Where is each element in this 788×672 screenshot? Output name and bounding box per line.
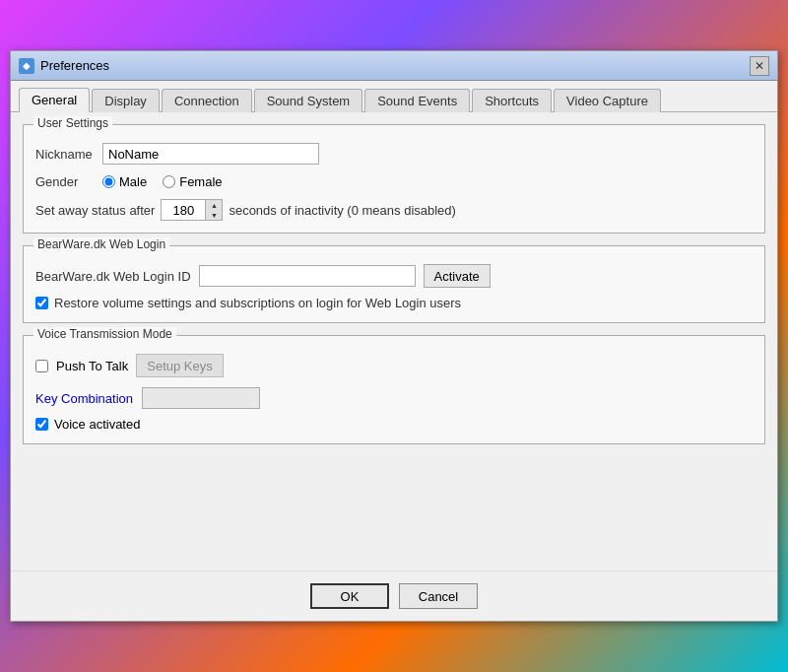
cancel-button[interactable]: Cancel [399,583,478,609]
login-id-input[interactable] [199,265,416,287]
voice-activated-checkbox[interactable] [35,418,48,431]
app-icon: ◆ [19,58,34,74]
footer: OK Cancel [11,571,777,621]
ok-button[interactable]: OK [310,583,389,609]
voice-activated-label: Voice activated [54,417,140,432]
tab-sound-events[interactable]: Sound Events [364,89,470,112]
titlebar-left: ◆ Preferences [19,58,109,74]
key-combination-label: Key Combination [35,391,134,406]
key-combination-input[interactable] [142,387,260,409]
tab-general[interactable]: General [19,88,90,112]
login-id-row: BearWare.dk Web Login ID Activate [35,264,753,288]
nickname-label: Nickname [35,147,95,162]
activate-button[interactable]: Activate [424,264,491,288]
nickname-input[interactable] [102,143,319,165]
gender-male-radio[interactable] [102,175,115,188]
tab-connection[interactable]: Connection [162,89,252,112]
nickname-row: Nickname [35,143,753,165]
user-settings-title: User Settings [33,116,112,130]
restore-label: Restore volume settings and subscription… [54,296,461,310]
gender-radio-group: Male Female [102,174,223,189]
voice-activated-row[interactable]: Voice activated [35,417,753,432]
away-spinner: ▲ ▼ [161,199,223,221]
voice-transmission-title: Voice Transmission Mode [33,327,176,341]
tab-video-capture[interactable]: Video Capture [554,89,661,112]
web-login-title: BearWare.dk Web Login [33,237,169,251]
gender-male-label: Male [119,174,147,189]
titlebar: ◆ Preferences ✕ [11,51,777,81]
tab-display[interactable]: Display [92,89,160,112]
tab-sound-system[interactable]: Sound System [254,89,363,112]
away-suffix: seconds of inactivity (0 means disabled) [229,203,456,218]
restore-checkbox[interactable] [35,297,48,309]
spinner-up-button[interactable]: ▲ [206,200,222,210]
setup-keys-button[interactable]: Setup Keys [136,354,224,377]
gender-row: Gender Male Female [35,174,753,189]
away-row: Set away status after ▲ ▼ seconds of ina… [35,199,753,221]
gender-female-option[interactable]: Female [163,174,222,189]
close-button[interactable]: ✕ [750,56,769,76]
away-prefix: Set away status after [35,203,155,218]
user-settings-section: User Settings Nickname Gender Male Femal… [23,124,765,234]
web-login-section: BearWare.dk Web Login BearWare.dk Web Lo… [23,245,765,323]
gender-female-radio[interactable] [163,175,175,188]
preferences-window: ◆ Preferences ✕ General Display Connecti… [10,50,778,622]
window-title: Preferences [40,58,109,73]
push-to-talk-checkbox[interactable] [35,360,48,372]
gender-label: Gender [35,174,95,189]
tabs-bar: General Display Connection Sound System … [11,81,777,112]
gender-female-label: Female [179,174,222,189]
key-combination-row: Key Combination [35,387,753,409]
push-to-talk-row: Push To Talk Setup Keys [35,354,753,377]
restore-checkbox-row[interactable]: Restore volume settings and subscription… [35,296,753,310]
gender-male-option[interactable]: Male [102,174,147,189]
login-id-label: BearWare.dk Web Login ID [35,269,191,284]
push-to-talk-label: Push To Talk [56,359,128,373]
tab-shortcuts[interactable]: Shortcuts [472,89,552,112]
voice-transmission-section: Voice Transmission Mode Push To Talk Set… [23,335,765,444]
spinner-down-button[interactable]: ▼ [206,210,222,220]
away-value-input[interactable] [161,199,205,221]
spinner-buttons: ▲ ▼ [205,199,223,221]
tab-content: User Settings Nickname Gender Male Femal… [11,112,777,571]
